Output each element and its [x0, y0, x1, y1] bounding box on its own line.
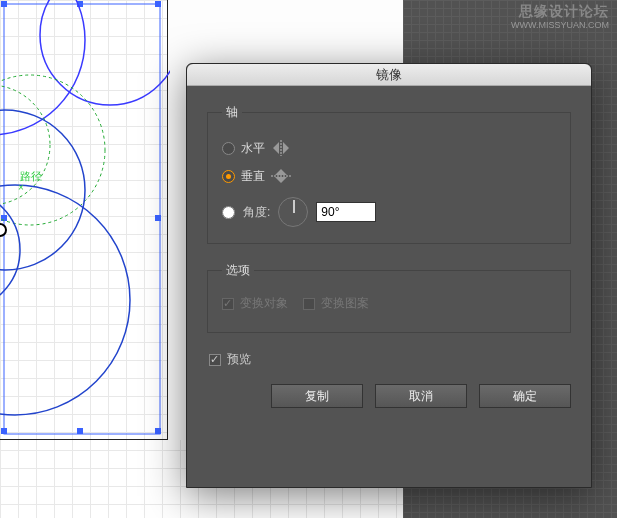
- watermark: 思缘设计论坛 WWW.MISSYUAN.COM: [511, 4, 609, 32]
- dialog-titlebar[interactable]: 镜像: [187, 64, 591, 86]
- axis-legend: 轴: [222, 104, 242, 121]
- svg-point-11: [0, 75, 105, 225]
- angle-dial[interactable]: [278, 197, 308, 227]
- svg-point-9: [0, 0, 85, 135]
- svg-point-15: [0, 190, 20, 310]
- svg-text:×: ×: [18, 182, 24, 193]
- copy-button[interactable]: 复制: [271, 384, 363, 408]
- svg-point-14: [0, 185, 130, 415]
- cancel-button[interactable]: 取消: [375, 384, 467, 408]
- flip-horizontal-icon: [271, 140, 291, 156]
- svg-rect-0: [4, 4, 160, 434]
- svg-rect-1: [1, 1, 7, 7]
- svg-rect-3: [155, 1, 161, 7]
- angle-label[interactable]: 角度:: [243, 204, 270, 221]
- button-row: 复制 取消 确定: [207, 384, 571, 408]
- dialog-title: 镜像: [376, 66, 402, 84]
- path-label: 路径: [20, 170, 42, 182]
- preview-label[interactable]: 预览: [227, 351, 251, 368]
- vertical-radio[interactable]: [222, 170, 235, 183]
- svg-point-16: [0, 224, 6, 236]
- transform-patterns-label: 变换图案: [321, 295, 369, 312]
- svg-rect-8: [155, 428, 161, 434]
- preview-checkbox[interactable]: [209, 354, 221, 366]
- vertical-label[interactable]: 垂直: [241, 168, 265, 185]
- axis-fieldset: 轴 水平 垂直 角度:: [207, 104, 571, 244]
- options-legend: 选项: [222, 262, 254, 279]
- flip-vertical-icon: [271, 168, 291, 184]
- mirror-dialog: 镜像 轴 水平 垂直 角度:: [186, 63, 592, 488]
- artwork[interactable]: 路径 ×: [0, 0, 170, 440]
- horizontal-radio[interactable]: [222, 142, 235, 155]
- svg-point-13: [0, 110, 85, 270]
- watermark-title: 思缘设计论坛: [511, 4, 609, 18]
- svg-point-12: [0, 85, 50, 205]
- watermark-url: WWW.MISSYUAN.COM: [511, 18, 609, 32]
- horizontal-label[interactable]: 水平: [241, 140, 265, 157]
- options-fieldset: 选项 变换对象 变换图案: [207, 262, 571, 333]
- svg-point-10: [40, 0, 170, 105]
- transform-objects-label: 变换对象: [240, 295, 288, 312]
- transform-objects-checkbox: [222, 298, 234, 310]
- angle-radio[interactable]: [222, 206, 235, 219]
- svg-rect-6: [1, 428, 7, 434]
- svg-rect-7: [77, 428, 83, 434]
- ok-button[interactable]: 确定: [479, 384, 571, 408]
- transform-patterns-checkbox: [303, 298, 315, 310]
- angle-input[interactable]: [316, 202, 376, 222]
- svg-rect-5: [155, 215, 161, 221]
